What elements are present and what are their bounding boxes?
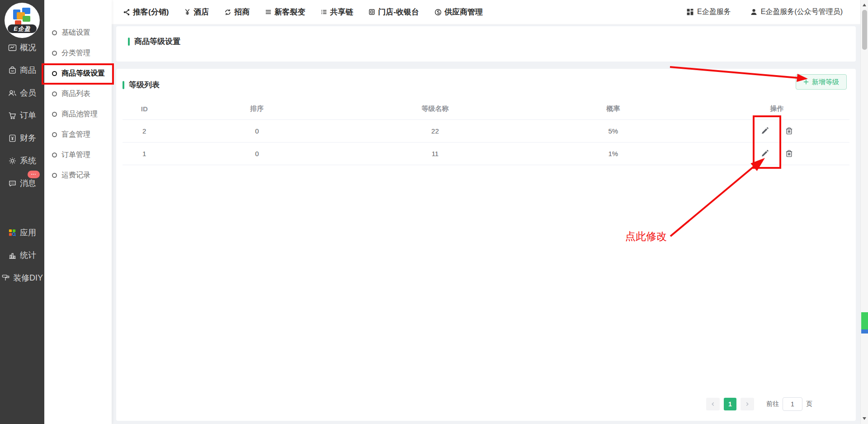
topnav-item-new-customer-fission[interactable]: 新客裂变	[265, 7, 305, 17]
brand-logo[interactable]: E企盈	[5, 3, 40, 38]
storefront-icon	[368, 9, 375, 15]
submenu-item-goods-list[interactable]: 商品列表	[44, 84, 112, 104]
sidebar-item-decorate-diy[interactable]: 装修DIY	[0, 267, 44, 289]
page-number-current[interactable]: 1	[724, 398, 736, 410]
sidebar-item-goods[interactable]: 商品	[0, 59, 44, 81]
chevron-right-icon	[745, 401, 750, 407]
sidebar-item-label: 概况	[20, 42, 36, 53]
level-list-card: 等级列表 新增等级 ID 排序 等级名称 概率 操作 2 0 22 5%	[116, 69, 856, 421]
panel-title-row: 等级列表	[123, 80, 849, 90]
topbar: 区域分红 推客(分销) 酒店 招商 新客裂变 共享链	[44, 0, 868, 24]
column-header-id: ID	[123, 105, 166, 113]
brand-logo-icon	[13, 8, 31, 26]
scrollbar-thumb[interactable]	[862, 10, 867, 50]
cell-id: 1	[123, 150, 166, 157]
table-row: 2 0 22 5%	[123, 120, 849, 143]
primary-menu-secondary: 应用 统计 装修DIY	[0, 221, 44, 289]
delete-button[interactable]	[784, 149, 793, 158]
browser-scrollbar[interactable]	[860, 0, 868, 424]
brand-logo-text: E企盈	[8, 24, 37, 33]
submenu-item-label: 商品列表	[61, 89, 90, 99]
topnav-item-shared-chain[interactable]: 共享链	[321, 7, 353, 17]
app-screen: E企盈 概况 商品 会员 订单 财务	[0, 0, 868, 424]
topnav-item-store-cashier[interactable]: 门店-收银台	[368, 7, 419, 17]
sidebar-item-messages[interactable]: ... 消息	[0, 172, 44, 195]
topnav-item-investment[interactable]: 招商	[224, 7, 250, 17]
sidebar-item-label: 统计	[20, 250, 36, 261]
edit-button[interactable]	[760, 127, 769, 136]
add-level-button-label: 新增等级	[812, 78, 839, 86]
topnav-item-label: 门店-收银台	[378, 7, 419, 17]
submenu-item-freight-records[interactable]: 运费记录	[44, 165, 112, 186]
accent-bar	[123, 81, 124, 89]
submenu-item-label: 盲盒管理	[61, 130, 90, 139]
list-icon	[321, 9, 327, 15]
sidebar-item-system[interactable]: 系统	[0, 149, 44, 172]
topbar-right: E企盈服务 E企盈服务(公众号管理员)	[686, 7, 856, 17]
page-title-card: 商品等级设置	[116, 26, 856, 62]
topnav-item-hotel[interactable]: 酒店	[184, 7, 209, 17]
radio-bullet-icon	[52, 152, 57, 157]
topnav-item-supplier-management[interactable]: 供应商管理	[434, 7, 483, 17]
main-content: 商品等级设置 等级列表 新增等级 ID 排序 等级名称 概率 操作	[112, 24, 860, 424]
topnav-item-label: 供应商管理	[444, 7, 483, 17]
delete-button[interactable]	[784, 127, 793, 136]
scrollbar-marker-blue	[861, 329, 868, 333]
page-title: 商品等级设置	[134, 36, 180, 47]
message-icon	[8, 179, 17, 188]
pagination: 1 前往 页	[706, 397, 812, 411]
share-icon	[123, 9, 130, 16]
submenu-item-label: 基础设置	[61, 28, 90, 38]
submenu-item-label: 商品等级设置	[61, 69, 105, 78]
submenu-item-goods-level-settings[interactable]: 商品等级设置	[44, 63, 112, 84]
primary-menu: 概况 商品 会员 订单 财务 系统 ...	[0, 36, 44, 195]
sidebar-item-label: 会员	[20, 87, 36, 98]
submenu-item-label: 分类管理	[61, 48, 90, 58]
sidebar-item-label: 财务	[20, 133, 36, 143]
overview-icon	[8, 43, 17, 52]
scroll-up-arrow-icon[interactable]	[863, 2, 866, 6]
chevron-left-icon	[710, 401, 716, 407]
radio-bullet-icon	[52, 51, 57, 56]
goods-icon	[8, 66, 17, 75]
page-unit-label: 页	[806, 400, 812, 408]
account-menu[interactable]: E企盈服务(公众号管理员)	[750, 7, 843, 17]
sidebar-item-label: 消息	[20, 178, 36, 189]
sidebar-item-finance[interactable]: 财务	[0, 127, 44, 149]
submenu-item-label: 运费记录	[61, 171, 90, 180]
s-circle-icon	[434, 9, 442, 16]
members-icon	[8, 89, 17, 97]
sidebar-item-statistics[interactable]: 统计	[0, 244, 44, 267]
cell-sort: 0	[166, 150, 348, 157]
submenu-item-goods-pool[interactable]: 商品池管理	[44, 104, 112, 124]
trash-icon	[785, 127, 793, 135]
radio-bullet-icon	[52, 173, 57, 178]
sidebar-item-apps[interactable]: 应用	[0, 221, 44, 244]
topnav-item-promoter-distribution[interactable]: 推客(分销)	[123, 7, 169, 17]
topnav-item-label: 酒店	[193, 7, 209, 17]
add-level-button[interactable]: 新增等级	[796, 74, 847, 90]
pencil-icon	[760, 127, 769, 135]
grid-icon	[686, 8, 694, 16]
plus-icon	[803, 79, 809, 85]
service-switcher[interactable]: E企盈服务	[686, 7, 731, 17]
scroll-down-arrow-icon[interactable]	[863, 417, 866, 422]
next-page-button[interactable]	[741, 398, 754, 410]
submenu-item-basic-settings[interactable]: 基础设置	[44, 23, 112, 43]
edit-button[interactable]	[760, 149, 769, 158]
sidebar-item-members[interactable]: 会员	[0, 81, 44, 104]
sidebar-item-orders[interactable]: 订单	[0, 104, 44, 127]
goto-page-input[interactable]	[783, 397, 802, 411]
panel-title: 等级列表	[129, 80, 160, 90]
submenu-item-blind-box[interactable]: 盲盒管理	[44, 124, 112, 145]
sidebar-item-overview[interactable]: 概况	[0, 36, 44, 59]
paint-roller-icon	[1, 274, 10, 282]
radio-bullet-icon	[52, 132, 57, 137]
prev-page-button[interactable]	[706, 398, 720, 410]
finance-icon	[8, 134, 17, 143]
cell-actions	[704, 127, 849, 136]
submenu-item-order-management[interactable]: 订单管理	[44, 145, 112, 165]
sidebar-item-label: 商品	[20, 65, 36, 76]
submenu-item-category-management[interactable]: 分类管理	[44, 43, 112, 63]
sidebar-item-label: 订单	[20, 110, 36, 121]
